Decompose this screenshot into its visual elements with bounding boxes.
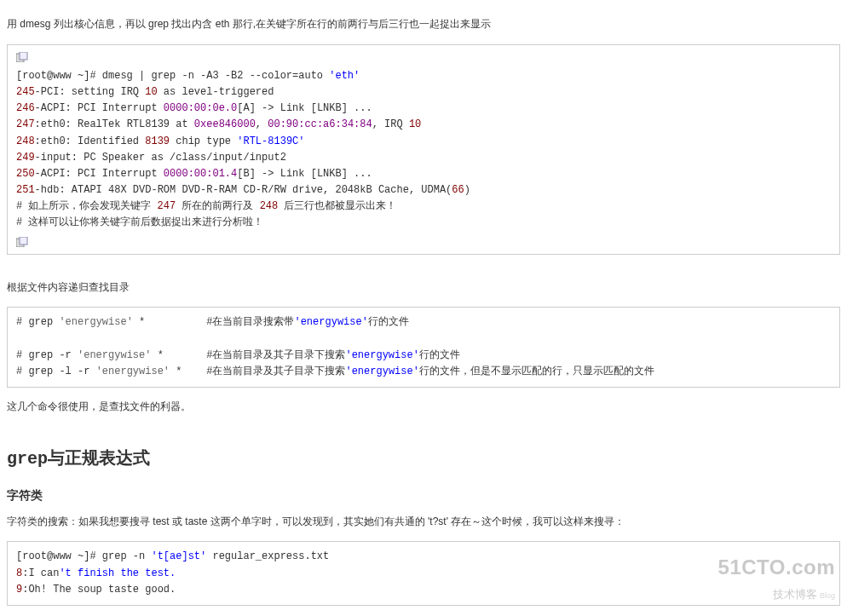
code-line: # grep 'energywise' * #在当前目录搜索带'energywi…: [16, 314, 831, 331]
code-line: 248:eth0: Identified 8139 chip type 'RTL…: [16, 134, 831, 150]
copy-icon[interactable]: [16, 237, 28, 247]
code-line: # grep -l -r 'energywise' * #在当前目录及其子目录下…: [16, 364, 831, 380]
code-line: 245-PCI: setting IRQ 10 as level-trigger…: [16, 84, 831, 101]
paragraph-4: 字符类的搜索：如果我想要搜寻 test 或 taste 这两个单字时，可以发现到…: [7, 513, 840, 532]
code-line: 251-hdb: ATAPI 48X DVD-ROM DVD-R-RAM CD-…: [16, 182, 831, 199]
code-block-2: # grep 'energywise' * #在当前目录搜索带'energywi…: [7, 307, 840, 388]
code-line: 249-input: PC Speaker as /class/input/in…: [16, 150, 831, 166]
code-block-1: [root@www ~]# dmesg | grep -n -A3 -B2 --…: [7, 44, 840, 255]
intro-paragraph-1: 用 dmesg 列出核心信息，再以 grep 找出内含 eth 那行,在关键字所…: [7, 15, 840, 34]
paragraph-3: 这几个命令很使用，是查找文件的利器。: [7, 398, 840, 417]
code-comment: # 这样可以让你将关键字前后数据捉出来进行分析啦！: [16, 215, 831, 231]
code-line: 8:I can't finish the test.: [16, 566, 831, 582]
code-line: # grep -r 'energywise' * #在当前目录及其子目录下搜索'…: [16, 348, 831, 364]
code-line: 247:eth0: RealTek RTL8139 at 0xee846000,…: [16, 117, 831, 133]
code-line: [16, 331, 831, 347]
code-line: [root@www ~]# grep -n 't[ae]st' regular_…: [16, 549, 831, 565]
code-block-3: [root@www ~]# grep -n 't[ae]st' regular_…: [7, 541, 840, 606]
heading-grep-regex: grep与正规表达式: [7, 442, 840, 475]
code-line: 250-ACPI: PCI Interrupt 0000:00:01.4[B] …: [16, 166, 831, 182]
heading-char-class: 字符类: [7, 485, 840, 506]
code-line: 246-ACPI: PCI Interrupt 0000:00:0e.0[A] …: [16, 101, 831, 117]
code-comment: # 如上所示，你会发现关键字 247 所在的前两行及 248 后三行也都被显示出…: [16, 199, 831, 215]
code-line: 9:Oh! The soup taste good.: [16, 582, 831, 598]
code-line: [root@www ~]# dmesg | grep -n -A3 -B2 --…: [16, 68, 831, 84]
copy-icon[interactable]: [16, 52, 28, 62]
intro-paragraph-2: 根据文件内容递归查找目录: [7, 279, 840, 297]
